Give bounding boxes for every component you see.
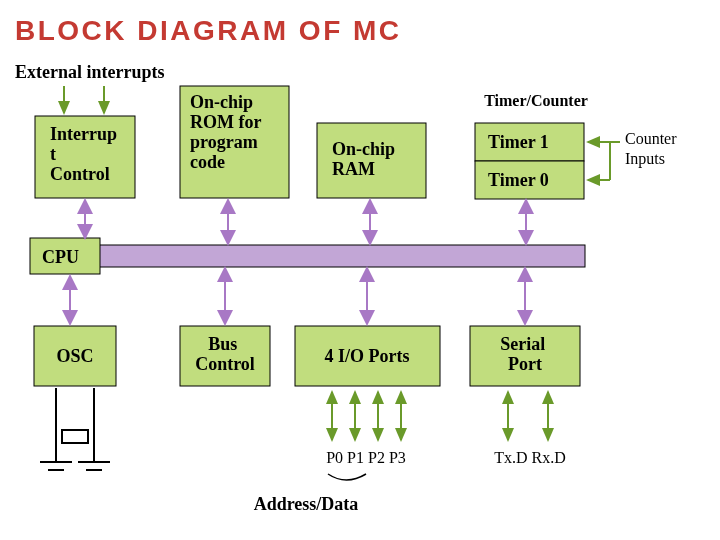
counter-inputs-label: Counter Inputs <box>625 130 681 168</box>
io-ports-text: 4 I/O Ports <box>325 346 410 366</box>
external-interrupts-label: External interrupts <box>15 62 164 82</box>
bus-bar <box>90 245 585 267</box>
page-title: BLOCK DIAGRAM OF MC <box>15 15 402 46</box>
brace-icon <box>328 474 366 480</box>
counter-input-arrow <box>588 142 620 180</box>
txrx-label: Tx.D Rx.D <box>494 449 566 466</box>
timer0-text: Timer 0 <box>488 170 549 190</box>
crystal-icon <box>40 388 110 470</box>
timer-counter-label: Timer/Counter <box>484 92 588 109</box>
svg-rect-18 <box>62 430 88 443</box>
osc-text: OSC <box>56 346 93 366</box>
timer1-text: Timer 1 <box>488 132 549 152</box>
io-port-arrows <box>332 392 401 440</box>
ports-label: P0 P1 P2 P3 <box>326 449 406 466</box>
addrdata-label: Address/Data <box>254 494 359 514</box>
cpu-text: CPU <box>42 247 79 267</box>
